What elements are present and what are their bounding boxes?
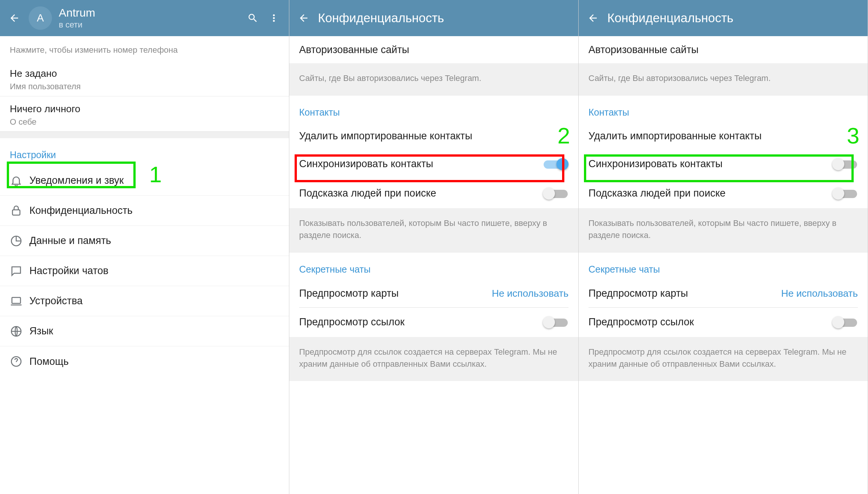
- link-preview-toggle[interactable]: [543, 316, 568, 328]
- search-button[interactable]: [245, 10, 261, 26]
- contacts-header: Контакты: [289, 96, 578, 123]
- suggest-people-toggle[interactable]: [832, 188, 858, 200]
- privacy-appbar: Конфиденциальность: [579, 0, 868, 36]
- pane-privacy-before: Конфиденциальность Авторизованные сайты …: [289, 0, 579, 494]
- back-button[interactable]: [7, 11, 22, 26]
- avatar[interactable]: А: [29, 6, 52, 30]
- secret-chats-header: Секретные чаты: [579, 253, 868, 280]
- back-button[interactable]: [585, 11, 601, 26]
- pie-icon: [10, 235, 23, 247]
- sync-contacts-row[interactable]: Синхронизировать контакты: [579, 149, 868, 179]
- bell-icon: [10, 174, 23, 187]
- delete-imported-row[interactable]: Удалить импортированные контакты: [579, 123, 868, 149]
- menu-chats[interactable]: Настройки чатов: [0, 256, 289, 286]
- lock-icon: [10, 204, 23, 217]
- authorized-websites-row[interactable]: Авторизованные сайты: [289, 36, 578, 63]
- menu-data[interactable]: Данные и память: [0, 226, 289, 256]
- globe-icon: [10, 325, 23, 338]
- profile-status: в сети: [59, 20, 240, 30]
- pane-profile: А Antrum в сети Нажмите, чтобы изменить …: [0, 0, 289, 494]
- suggest-hint: Показывать пользователей, которым Вы час…: [289, 208, 578, 253]
- link-preview-row[interactable]: Предпросмотр ссылок: [289, 308, 578, 337]
- menu-devices[interactable]: Устройства: [0, 286, 289, 316]
- sync-contacts-toggle[interactable]: [832, 158, 858, 170]
- bio-row[interactable]: Ничего личного О себе: [0, 96, 289, 131]
- back-button[interactable]: [296, 11, 311, 26]
- more-vert-icon: [268, 12, 280, 24]
- laptop-icon: [10, 295, 23, 308]
- privacy-appbar: Конфиденциальность: [289, 0, 578, 36]
- chat-icon: [10, 265, 23, 277]
- arrow-back-icon: [587, 12, 599, 24]
- arrow-back-icon: [9, 12, 20, 24]
- annotation-number-2: 2: [558, 123, 570, 149]
- username-row[interactable]: Не задано Имя пользователя: [0, 61, 289, 96]
- link-preview-toggle[interactable]: [832, 316, 858, 328]
- link-hint: Предпросмотр для ссылок создается на сер…: [289, 337, 578, 381]
- suggest-hint: Показывать пользователей, которым Вы час…: [579, 208, 868, 253]
- profile-appbar: А Antrum в сети: [0, 0, 289, 36]
- svg-rect-0: [12, 210, 20, 215]
- sync-contacts-toggle[interactable]: [543, 158, 568, 170]
- link-preview-row[interactable]: Предпросмотр ссылок: [579, 308, 868, 337]
- help-icon: [10, 355, 23, 368]
- suggest-people-toggle[interactable]: [543, 188, 568, 200]
- profile-body: Нажмите, чтобы изменить номер телефона Н…: [0, 36, 289, 494]
- annotation-number-3: 3: [847, 123, 859, 149]
- profile-name: Antrum: [59, 6, 240, 19]
- suggest-people-row[interactable]: Подсказка людей при поиске: [289, 179, 578, 208]
- secret-chats-header: Секретные чаты: [289, 253, 578, 280]
- section-gap: [0, 131, 289, 138]
- suggest-people-row[interactable]: Подсказка людей при поиске: [579, 179, 868, 208]
- map-preview-row[interactable]: Предпросмотр карты Не использовать: [579, 280, 868, 307]
- authorized-hint: Сайты, где Вы авторизовались через Teleg…: [579, 63, 868, 96]
- phone-hint[interactable]: Нажмите, чтобы изменить номер телефона: [0, 36, 289, 61]
- page-title: Конфиденциальность: [607, 11, 861, 25]
- profile-title-column: Antrum в сети: [59, 6, 240, 30]
- more-button[interactable]: [266, 10, 282, 26]
- authorized-websites-row[interactable]: Авторизованные сайты: [579, 36, 868, 63]
- map-preview-row[interactable]: Предпросмотр карты Не использовать: [289, 280, 578, 307]
- pane-privacy-after: Конфиденциальность Авторизованные сайты …: [579, 0, 868, 494]
- arrow-back-icon: [298, 12, 309, 24]
- menu-language[interactable]: Язык: [0, 316, 289, 346]
- authorized-hint: Сайты, где Вы авторизовались через Teleg…: [289, 63, 578, 96]
- svg-rect-2: [12, 297, 21, 303]
- privacy-body: Авторизованные сайты Сайты, где Вы автор…: [289, 36, 578, 494]
- menu-help[interactable]: Помощь: [0, 346, 289, 377]
- settings-header: Настройки: [0, 138, 289, 166]
- sync-contacts-row[interactable]: Синхронизировать контакты: [289, 149, 578, 179]
- page-title: Конфиденциальность: [318, 11, 572, 25]
- link-hint: Предпросмотр для ссылок создается на сер…: [579, 337, 868, 381]
- menu-notifications[interactable]: Уведомления и звук: [0, 166, 289, 196]
- contacts-header: Контакты: [579, 96, 868, 123]
- annotation-number-1: 1: [149, 162, 162, 188]
- privacy-body: Авторизованные сайты Сайты, где Вы автор…: [579, 36, 868, 494]
- search-icon: [247, 12, 258, 24]
- menu-privacy[interactable]: Конфиденциальность: [0, 196, 289, 226]
- delete-imported-row[interactable]: Удалить импортированные контакты: [289, 123, 578, 149]
